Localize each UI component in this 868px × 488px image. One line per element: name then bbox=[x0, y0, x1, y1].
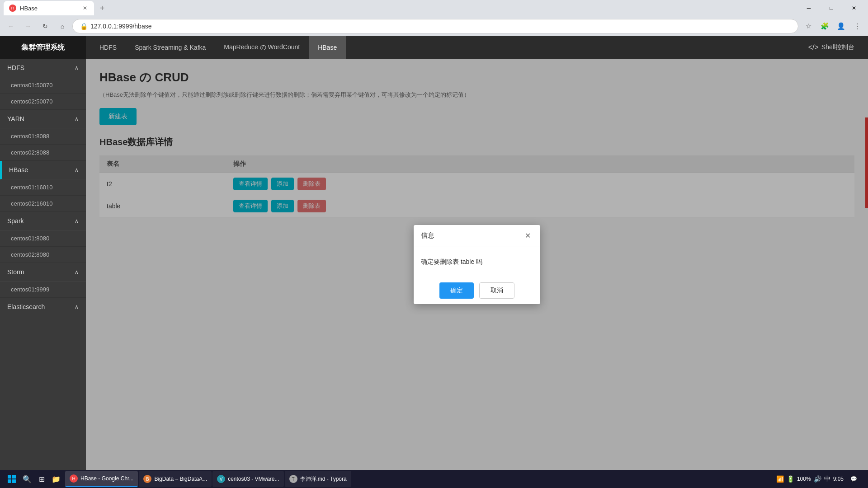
address-text: 127.0.0.1:9999/hbase bbox=[90, 23, 151, 30]
sidebar-section-hbase: HBase ∧ centos01:16010 centos02:16010 bbox=[0, 161, 86, 212]
modal-header: 信息 ✕ bbox=[414, 225, 540, 247]
tab-favicon: H bbox=[9, 5, 16, 12]
sidebar-item-centos01-16010[interactable]: centos01:16010 bbox=[0, 179, 86, 196]
taskbar: 🔍 ⊞ 📁 H HBase - Google Chr... B BigData … bbox=[0, 470, 868, 488]
browser-chrome: H HBase ✕ + ─ □ ✕ bbox=[0, 0, 868, 16]
taskbar-apps: H HBase - Google Chr... B BigData – BigD… bbox=[65, 471, 351, 487]
modal-title: 信息 bbox=[421, 231, 434, 240]
sidebar-section-storm: Storm ∧ centos01:9999 bbox=[0, 263, 86, 298]
sidebar-section-yarn: YARN ∧ centos01:8088 centos02:8088 bbox=[0, 110, 86, 161]
sidebar-item-centos01-50070[interactable]: centos01:50070 bbox=[0, 77, 86, 94]
taskbar-time: 9:05 bbox=[833, 476, 844, 482]
volume-tray-icon[interactable]: 🔊 bbox=[814, 475, 821, 483]
chevron-up-icon: ∧ bbox=[75, 218, 79, 224]
maximize-button[interactable]: □ bbox=[821, 0, 842, 16]
modal-confirm-button[interactable]: 确定 bbox=[439, 282, 474, 299]
modal-body: 确定要删除表 table 吗 bbox=[414, 247, 540, 277]
taskbar-app-bigdata-label: BigData – BigDataA... bbox=[154, 476, 207, 482]
chevron-up-icon: ∧ bbox=[75, 269, 79, 275]
chevron-up-icon: ∧ bbox=[75, 65, 79, 71]
address-bar: ← → ↻ ⌂ 🔒 127.0.0.1:9999/hbase ☆ 🧩 👤 ⋮ bbox=[0, 16, 868, 36]
sidebar-section-hdfs: HDFS ∧ centos01:50070 centos02:50070 bbox=[0, 59, 86, 110]
tab-close-btn[interactable]: ✕ bbox=[81, 5, 89, 12]
vmware-icon: V bbox=[217, 475, 225, 483]
sidebar-item-centos02-8080[interactable]: centos02:8080 bbox=[0, 247, 86, 263]
modal-dialog: 信息 ✕ 确定要删除表 table 吗 确定 取消 bbox=[414, 225, 540, 304]
extensions-icon[interactable]: 🧩 bbox=[817, 19, 832, 33]
chevron-up-icon: ∧ bbox=[75, 167, 79, 173]
start-button[interactable] bbox=[4, 471, 20, 487]
sidebar-item-centos02-16010[interactable]: centos02:16010 bbox=[0, 196, 86, 212]
taskbar-tray: 📶 🔋 100% 🔊 中 9:05 💬 bbox=[776, 471, 864, 487]
sidebar-section-elasticsearch: Elasticsearch ∧ bbox=[0, 298, 86, 316]
taskbar-app-chrome-label: HBase - Google Chr... bbox=[80, 475, 133, 482]
close-button[interactable]: ✕ bbox=[844, 0, 864, 16]
battery-tray-icon[interactable]: 🔋 bbox=[787, 475, 794, 483]
sidebar-item-centos01-8088[interactable]: centos01:8088 bbox=[0, 128, 86, 145]
nav-hbase[interactable]: HBase bbox=[309, 36, 346, 59]
svg-rect-3 bbox=[12, 479, 16, 483]
sidebar-item-centos01-8080[interactable]: centos01:8080 bbox=[0, 230, 86, 247]
sidebar-section-elasticsearch-header[interactable]: Elasticsearch ∧ bbox=[0, 298, 86, 316]
address-input[interactable]: 🔒 127.0.0.1:9999/hbase bbox=[72, 19, 798, 33]
shell-control[interactable]: </> Shell控制台 bbox=[799, 36, 863, 59]
modal-cancel-button[interactable]: 取消 bbox=[479, 282, 514, 299]
profile-icon[interactable]: 👤 bbox=[834, 19, 848, 33]
svg-rect-2 bbox=[8, 479, 11, 483]
home-button[interactable]: ⌂ bbox=[55, 19, 70, 33]
new-tab-button[interactable]: + bbox=[96, 2, 108, 14]
taskbar-app-bigdata[interactable]: B BigData – BigDataA... bbox=[139, 471, 212, 487]
sidebar: HDFS ∧ centos01:50070 centos02:50070 YAR… bbox=[0, 59, 86, 470]
refresh-button[interactable]: ↻ bbox=[38, 19, 52, 33]
sidebar-item-centos01-9999[interactable]: centos01:9999 bbox=[0, 282, 86, 298]
header-nav: HDFS Spark Streaming & Kafka MapReduce の… bbox=[86, 36, 868, 59]
sidebar-section-spark-header[interactable]: Spark ∧ bbox=[0, 212, 86, 230]
svg-rect-0 bbox=[8, 475, 11, 479]
svg-rect-1 bbox=[12, 475, 16, 479]
app-body: HDFS ∧ centos01:50070 centos02:50070 YAR… bbox=[0, 59, 868, 470]
modal-overlay: 信息 ✕ 确定要删除表 table 吗 确定 取消 bbox=[86, 59, 868, 470]
nav-mapreduce[interactable]: MapReduce の WordCount bbox=[215, 36, 309, 59]
modal-footer: 确定 取消 bbox=[414, 277, 540, 304]
taskbar-app-chrome[interactable]: H HBase - Google Chr... bbox=[65, 471, 138, 487]
sidebar-section-hdfs-header[interactable]: HDFS ∧ bbox=[0, 59, 86, 77]
battery-percentage: 100% bbox=[797, 476, 811, 482]
taskbar-app-typora-label: 李沛洋.md - Typora bbox=[300, 475, 347, 483]
task-view-icon[interactable]: ⊞ bbox=[34, 472, 49, 486]
bigdata-icon: B bbox=[143, 475, 151, 483]
menu-icon[interactable]: ⋮ bbox=[850, 19, 864, 33]
taskbar-app-vmware[interactable]: V centos03 - VMware... bbox=[212, 471, 283, 487]
window-controls: ─ □ ✕ bbox=[798, 0, 864, 16]
taskbar-app-vmware-label: centos03 - VMware... bbox=[228, 476, 279, 482]
address-icons: ☆ 🧩 👤 ⋮ bbox=[801, 19, 864, 33]
main-content: HBase の CRUD （HBase无法删除单个键值对，只能通过删除列族或删除… bbox=[86, 59, 868, 470]
typora-icon: T bbox=[289, 475, 297, 483]
modal-message: 确定要删除表 table 吗 bbox=[421, 258, 482, 265]
sidebar-section-hbase-header[interactable]: HBase ∧ bbox=[0, 161, 86, 179]
notification-icon[interactable]: 💬 bbox=[846, 471, 861, 487]
nav-spark-kafka[interactable]: Spark Streaming & Kafka bbox=[126, 36, 215, 59]
language-tray-icon[interactable]: 中 bbox=[824, 475, 830, 483]
file-explorer-icon[interactable]: 📁 bbox=[49, 472, 63, 486]
chevron-up-icon: ∧ bbox=[75, 304, 79, 310]
forward-button[interactable]: → bbox=[21, 19, 35, 33]
nav-hdfs[interactable]: HDFS bbox=[90, 36, 126, 59]
sidebar-section-spark: Spark ∧ centos01:8080 centos02:8080 bbox=[0, 212, 86, 263]
sidebar-item-centos02-8088[interactable]: centos02:8088 bbox=[0, 145, 86, 161]
chevron-up-icon: ∧ bbox=[75, 116, 79, 122]
search-taskbar-icon[interactable]: 🔍 bbox=[20, 472, 34, 486]
back-button[interactable]: ← bbox=[4, 19, 18, 33]
sidebar-item-centos02-50070[interactable]: centos02:50070 bbox=[0, 94, 86, 110]
sidebar-section-storm-header[interactable]: Storm ∧ bbox=[0, 263, 86, 282]
browser-tab[interactable]: H HBase ✕ bbox=[4, 1, 94, 15]
app-header: 集群管理系统 HDFS Spark Streaming & Kafka MapR… bbox=[0, 36, 868, 59]
tab-title: HBase bbox=[20, 5, 38, 12]
wifi-tray-icon[interactable]: 📶 bbox=[776, 475, 784, 483]
bookmark-icon[interactable]: ☆ bbox=[801, 19, 816, 33]
app-brand: 集群管理系统 bbox=[0, 36, 86, 59]
modal-close-button[interactable]: ✕ bbox=[522, 230, 533, 241]
sidebar-section-yarn-header[interactable]: YARN ∧ bbox=[0, 110, 86, 128]
chrome-icon: H bbox=[70, 474, 78, 483]
minimize-button[interactable]: ─ bbox=[798, 0, 819, 16]
taskbar-app-typora[interactable]: T 李沛洋.md - Typora bbox=[285, 471, 351, 487]
